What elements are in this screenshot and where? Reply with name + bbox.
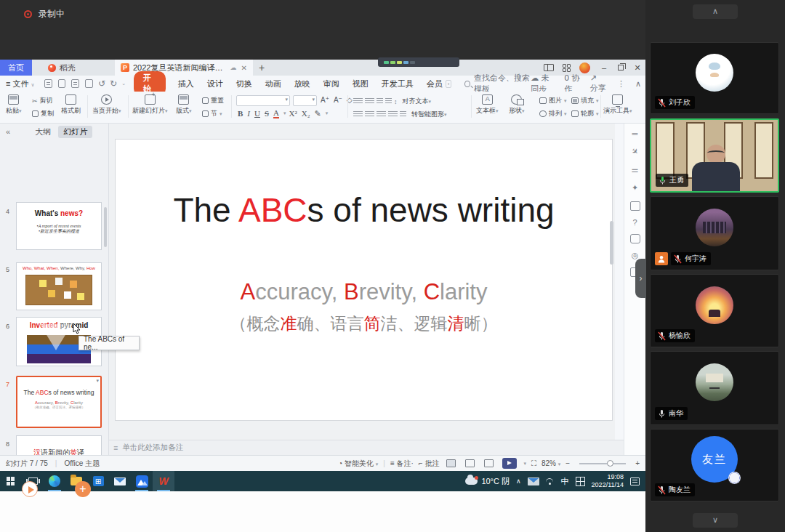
tray-expand-icon[interactable]: ∧ (516, 477, 521, 485)
restore-button[interactable] (618, 65, 624, 70)
new-slide-button[interactable]: 新建幻灯片▾ (132, 94, 168, 116)
help-icon[interactable]: ? (624, 218, 645, 227)
reset-button[interactable]: 重置 (202, 96, 224, 105)
zoom-knob[interactable] (607, 460, 613, 467)
wifi-icon[interactable] (546, 478, 555, 485)
textbox-button[interactable]: 文本框▾ (476, 94, 499, 116)
participant-tile[interactable]: 南华 (650, 351, 779, 425)
slide-thumb-5[interactable]: Who, What, When, Where, Why, How (16, 262, 102, 310)
menu-tab-review[interactable]: 审阅 (323, 78, 339, 89)
tab-home[interactable]: 首页 (0, 60, 32, 76)
reading-view-icon[interactable] (484, 459, 494, 467)
collapse-panel-icon[interactable]: « (6, 127, 10, 136)
clock[interactable]: 19:08 2022/11/14 (592, 473, 624, 490)
save-icon[interactable] (44, 79, 52, 88)
menu-tab-devtools[interactable]: 开发工具 (382, 78, 414, 89)
numbering-icon[interactable] (365, 98, 374, 105)
tray-device-icon[interactable] (528, 477, 539, 485)
close-button[interactable]: ✕ (632, 63, 643, 73)
weather-widget[interactable]: 10°C 阴 (465, 476, 510, 487)
align-text-button[interactable]: 对齐文本▾ (403, 97, 432, 106)
ime-grid-icon[interactable] (576, 477, 585, 486)
decrease-indent-icon[interactable] (377, 98, 383, 105)
preview-icon[interactable] (85, 79, 93, 88)
layout-grid-icon[interactable] (563, 64, 571, 72)
member-chevron-icon[interactable]: › (446, 80, 452, 88)
font-family-select[interactable] (236, 95, 290, 106)
minimize-button[interactable]: – (599, 63, 609, 72)
start-button[interactable] (0, 471, 22, 491)
toolbar-more-icon[interactable]: ⌄ (121, 81, 126, 86)
increase-font-button[interactable]: A⁺ (321, 96, 329, 104)
notes-bar[interactable]: ≡ 单击此处添加备注 (109, 440, 624, 455)
meeting-taskbar-item[interactable] (131, 471, 153, 491)
zoom-level[interactable]: 82% ▾ (542, 459, 560, 467)
text-effects-button[interactable]: ✎ (315, 109, 321, 118)
underline-button[interactable]: U (254, 109, 260, 118)
effects-star-icon[interactable]: ✦ (624, 183, 645, 193)
zoom-in-button[interactable]: + (635, 459, 640, 467)
smartart-button[interactable]: 转智能图形▾ (411, 110, 447, 119)
outline-button[interactable]: 轮廓▾ (571, 109, 599, 118)
floating-toolbar[interactable] (378, 57, 459, 67)
align-right-icon[interactable] (377, 111, 386, 118)
slide-thumb-7-selected[interactable]: The ABCs of news writing Accuracy, Brevi… (16, 376, 102, 428)
distribute-icon[interactable] (400, 111, 406, 118)
smart-beautify-button[interactable]: ◔ 智能美化 ▾ (338, 459, 378, 469)
tab-docer[interactable]: 稻壳 (42, 60, 81, 76)
mail-taskbar-item[interactable] (109, 471, 131, 491)
menu-tab-animation[interactable]: 动画 (265, 78, 281, 89)
italic-button[interactable]: I (247, 109, 250, 118)
strip-handle-icon[interactable]: ═ (624, 129, 645, 138)
slideshow-play-button[interactable] (502, 458, 517, 469)
menu-tab-slideshow[interactable]: 放映 (294, 78, 310, 89)
presentation-tools-button[interactable]: 演示工具▾ (603, 94, 632, 116)
copy-button[interactable]: 复制 (32, 109, 54, 118)
participant-tile[interactable]: 友兰 陶友兰 (650, 429, 779, 501)
comments-button[interactable]: ⌐ 批注 (419, 459, 440, 469)
paste-button[interactable]: 粘贴▾ (6, 94, 22, 116)
add-slide-quick-button[interactable]: + (75, 481, 91, 497)
menu-tab-transition[interactable]: 切换 (236, 78, 252, 89)
wps-taskbar-item[interactable]: W (153, 471, 174, 491)
more-menu-icon[interactable]: ⋮ (617, 79, 625, 89)
menu-tab-insert[interactable]: 插入 (178, 78, 194, 89)
properties-sliders-icon[interactable]: ⚌ (624, 165, 645, 174)
line-spacing-icon[interactable]: ↕ (394, 98, 398, 105)
close-doc-tab-icon[interactable]: ✕ (241, 64, 247, 72)
participant-tile[interactable]: 刘子欣 (650, 42, 779, 114)
play-slide-button[interactable] (22, 481, 38, 497)
toolbox-icon[interactable] (630, 234, 640, 243)
scroll-down-button[interactable]: ∨ (693, 513, 738, 528)
canvas-scrollbar[interactable] (610, 221, 613, 265)
share-button[interactable]: ↗ 分享 (590, 73, 607, 94)
undo-icon[interactable]: ↺ (98, 78, 105, 89)
redo-icon[interactable]: ↻ (110, 78, 117, 89)
subscript-button[interactable]: X₂ (302, 109, 310, 118)
file-menu[interactable]: ≡ 文件 ∨ (6, 78, 35, 89)
slides-tab[interactable]: 幻灯片 (58, 126, 92, 138)
action-center-icon[interactable] (630, 477, 640, 485)
font-size-select[interactable] (293, 95, 317, 106)
scroll-up-button[interactable]: ∧ (693, 4, 738, 19)
shapes-button[interactable]: 形状▾ (509, 94, 525, 116)
participant-tile[interactable]: 王勇 (650, 118, 779, 193)
new-tab-button[interactable]: + (253, 60, 270, 76)
ime-language[interactable]: 中 (561, 476, 569, 487)
outline-tab[interactable]: 大纲 (35, 126, 51, 137)
participant-tile[interactable]: 杨愉欣 (650, 274, 779, 347)
sorter-view-icon[interactable] (465, 459, 475, 467)
decrease-font-button[interactable]: A⁻ (334, 96, 342, 104)
menu-tab-member[interactable]: 会员 (427, 78, 443, 89)
collapse-ribbon-icon[interactable]: ∧ (635, 79, 641, 89)
notes-toggle-button[interactable]: ≡ 备注· (390, 459, 414, 469)
participant-tile[interactable]: 何宇涛 (650, 196, 779, 270)
menu-tab-view[interactable]: 视图 (353, 78, 369, 89)
picture-button[interactable]: 图片▾ (539, 96, 567, 105)
section-button[interactable]: 节▾ (202, 109, 222, 118)
rocket-efficiency-icon[interactable]: ✈ (624, 141, 646, 163)
zoom-out-button[interactable]: − (565, 459, 570, 467)
slide-thumb-4[interactable]: What's news? •A report of recent events … (16, 202, 102, 250)
zoom-slider[interactable] (579, 463, 626, 464)
layout-single-icon[interactable] (544, 64, 554, 71)
